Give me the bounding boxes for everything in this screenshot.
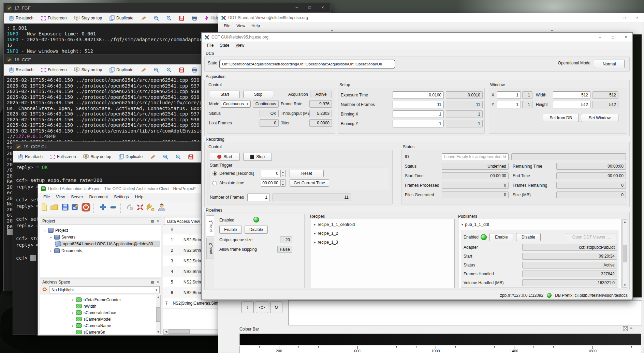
maximize-icon[interactable]: □ <box>303 3 316 12</box>
acq-start-button[interactable]: Start <box>210 91 240 98</box>
tab-proc-2[interactable]: proc_2 <box>206 238 214 259</box>
chevron-down-icon[interactable]: ⌄ <box>49 235 53 239</box>
menu-item-view[interactable]: View <box>233 42 247 48</box>
rec-frames-input[interactable]: 1 <box>247 194 270 201</box>
chevron-right-icon[interactable]: › <box>71 317 74 321</box>
zoom-out-icon[interactable] <box>173 154 184 159</box>
chevron-right-icon[interactable]: › <box>49 249 53 253</box>
settings-wrench-icon[interactable] <box>146 203 155 213</box>
address-space-item[interactable]: ›nWidth <box>71 303 96 309</box>
scroll-down-icon[interactable]: ▼ <box>157 330 160 334</box>
pub-disable-button[interactable]: Disable <box>516 233 541 241</box>
absolute-time-radio[interactable] <box>213 181 217 185</box>
scroll-up-icon[interactable]: ▲ <box>624 220 627 224</box>
zoom-in-icon[interactable] <box>160 154 171 159</box>
recipe-item[interactable]: ▸ recipe_1_1_centroid <box>314 222 355 227</box>
setup-row-input[interactable]: 1 <box>393 110 444 118</box>
titlebar[interactable]: 19. CCF Cli <box>13 142 217 151</box>
pub-enable-button[interactable]: Enable <box>489 233 513 241</box>
dcs-state-field[interactable]: On::Operational::Acquisition::NotRecordi… <box>219 60 395 68</box>
stay-on-top-button[interactable]: Stay on top <box>71 67 105 73</box>
remove-icon[interactable] <box>109 203 117 213</box>
rotate-button[interactable]: ↻ <box>270 302 282 313</box>
titlebar[interactable]: DDT Standard Viewer@eltdev95.hq.eso.org … <box>218 13 644 22</box>
minimize-icon[interactable]: – <box>605 13 618 22</box>
close-panel-icon[interactable]: × <box>157 280 159 284</box>
fullscreen-button[interactable]: Fullscreen <box>47 154 79 159</box>
rec-start-button[interactable]: Start <box>210 153 240 161</box>
operational-mode-button[interactable]: Normal <box>594 60 625 68</box>
width-input[interactable]: 512 <box>553 91 590 99</box>
add-icon[interactable] <box>99 203 107 213</box>
scroll-thumb[interactable] <box>169 329 190 334</box>
scroll-thumb[interactable] <box>156 307 160 322</box>
highlight-filter-select[interactable]: No Highlight ▾ <box>49 286 160 293</box>
pipeline-enable-button[interactable]: Enable <box>219 226 242 234</box>
column-header-number[interactable]: # <box>163 227 181 232</box>
vertical-scrollbar[interactable]: ▲ ▼ <box>156 295 161 334</box>
print-icon[interactable] <box>189 16 200 21</box>
tab-data-access-view[interactable]: Data Access View <box>164 217 203 225</box>
titlebar[interactable]: Unified Automation UaExpert - The OPC Un… <box>38 184 228 193</box>
publishers-scrollbar[interactable]: ▲ ▼ <box>623 219 627 288</box>
titlebar[interactable]: 17. FGF – □ × <box>4 3 331 13</box>
x-input[interactable]: 1 <box>497 91 521 99</box>
acq-stop-button[interactable]: Stop <box>243 91 273 98</box>
delete-icon[interactable] <box>136 203 144 213</box>
height-input[interactable]: 512 <box>553 101 590 108</box>
absolute-time-input[interactable]: 00:00:00 <box>261 179 281 187</box>
menu-item-state[interactable]: State <box>217 42 232 48</box>
tree-item-project[interactable]: ⌄ Project <box>43 227 68 233</box>
minimize-icon[interactable]: – <box>290 3 303 12</box>
close-box-icon[interactable] <box>623 326 628 333</box>
titlebar[interactable]: CCF GUI@eltdev95.hq.eso.org – □ × <box>202 33 632 42</box>
close-icon[interactable]: × <box>631 13 644 22</box>
get-current-time-button[interactable]: Get Current Time <box>290 179 329 187</box>
close-panel-icon[interactable]: × <box>157 219 159 223</box>
setup-row-input[interactable]: 0.0100 <box>393 91 444 99</box>
annotate-icon[interactable] <box>138 67 149 73</box>
save-icon[interactable] <box>176 16 187 21</box>
tree-item-servers[interactable]: ⌄ Servers <box>49 234 75 240</box>
reset-button[interactable]: Reset <box>290 170 324 177</box>
menu-item-view[interactable]: View <box>234 23 248 29</box>
save-icon[interactable] <box>176 67 187 73</box>
publisher-item[interactable]: ▾ pub_1_1_ddt <box>462 222 489 227</box>
stay-on-top-button[interactable]: Stay on top <box>80 154 114 159</box>
mode-combobox[interactable]: Continuous▾ <box>221 100 251 108</box>
scroll-thumb[interactable] <box>623 245 627 262</box>
duplicate-button[interactable]: Duplicate <box>116 154 146 159</box>
open-ddt-viewer-button[interactable]: Open DDT Viewer ... <box>566 233 616 241</box>
recipe-item[interactable]: ▸ recipe_1_2 <box>314 231 338 236</box>
minimize-icon[interactable]: – <box>594 33 606 42</box>
deferred-radio[interactable] <box>213 171 217 176</box>
rec-stop-button[interactable]: Stop <box>243 153 272 161</box>
annotate-icon[interactable] <box>147 154 159 159</box>
horizontal-scrollbar[interactable]: ◀ <box>163 329 227 334</box>
menu-item-server[interactable]: Server <box>68 194 86 200</box>
pipeline-disable-button[interactable]: Disable <box>245 226 268 234</box>
address-space-item[interactable]: ›sCameraModel <box>71 316 111 322</box>
tab-proc-1[interactable]: proc_1 <box>206 215 214 236</box>
address-space-item[interactable]: ›nTotalFrameCounter <box>71 296 121 303</box>
pan-horizontal-button[interactable]: <> <box>256 302 268 313</box>
chevron-right-icon[interactable]: › <box>71 324 74 328</box>
float-panel-icon[interactable]: ▦ <box>150 280 154 284</box>
print-icon[interactable] <box>189 67 200 73</box>
setup-row-input[interactable]: 1 <box>393 120 444 127</box>
zoom-in-icon[interactable] <box>151 16 162 21</box>
menu-item-file[interactable]: File <box>41 194 53 200</box>
save-as-icon[interactable] <box>71 203 79 213</box>
scroll-up-icon[interactable]: ▲ <box>157 295 160 299</box>
new-document-icon[interactable] <box>41 203 48 213</box>
absolute-time-spinner[interactable]: ▲▼ <box>281 179 286 187</box>
id-input[interactable]: Leave Empty for autogenerated Id <box>442 153 509 160</box>
menu-item-help[interactable]: Help <box>249 23 263 29</box>
pan-vertical-button[interactable]: ↕ <box>241 302 254 313</box>
tree-item-documents[interactable]: › Documents <box>49 247 82 254</box>
stay-on-top-button[interactable]: Stay on top <box>71 16 105 21</box>
menu-item-help[interactable]: Help <box>132 194 146 200</box>
save-icon[interactable] <box>185 154 196 159</box>
zoom-in-icon[interactable] <box>151 67 162 73</box>
duplicate-button[interactable]: Duplicate <box>106 67 136 73</box>
